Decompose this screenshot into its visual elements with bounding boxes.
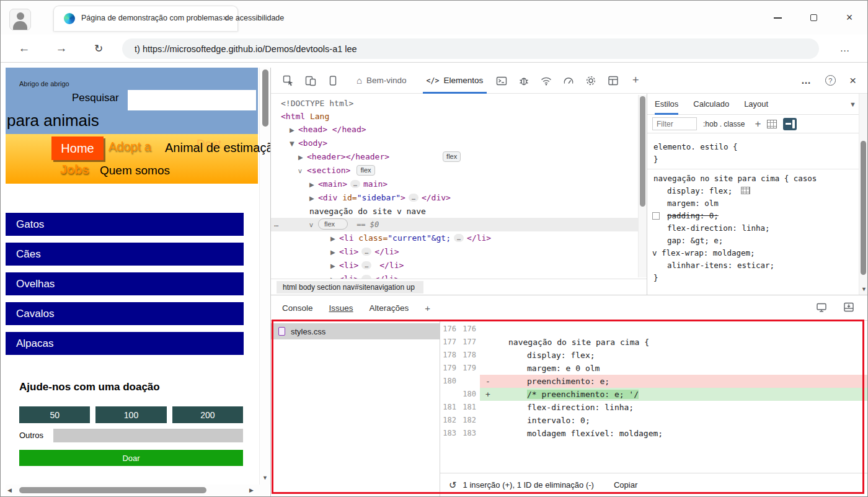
css-property-margin[interactable]: margem: olm [647,197,867,210]
dom-tree-node[interactable]: ▶<div id="sidebar">…</div> [271,191,647,205]
nav-adopt-link[interactable]: Adopt a [108,140,151,154]
dock-panel-icon[interactable] [322,68,344,94]
nav-home-link[interactable]: Home [51,137,104,160]
dom-tree-node[interactable]: ▶<header></header>flex [271,150,647,164]
maximize-button[interactable] [795,1,831,35]
devtools-close-icon[interactable]: × [849,74,856,87]
back-button[interactable]: ← [11,35,38,62]
diff-row[interactable]: 180+/* preenchimento: e; '/ [440,388,867,401]
disclosure-arrow-icon[interactable]: ▶ [309,192,318,205]
css-property-display[interactable]: display: flex; [647,185,867,197]
property-checkbox[interactable] [652,212,660,220]
scrollbar-thumb[interactable] [640,96,645,207]
dom-tree-node[interactable]: ▶<li>…</li> [271,245,647,259]
css-property-gap[interactable]: gap: &gt; e; [647,235,867,247]
tab-computed[interactable]: Calculado [693,94,729,115]
diff-row[interactable]: 177177navegação do site para cima { [440,336,867,349]
breadcrumb-text[interactable]: html body section nav#sitenavigation up [277,281,423,293]
file-list-item[interactable]: styles.css [271,323,440,339]
help-icon[interactable]: ? [825,75,836,86]
tab-welcome[interactable]: ⌂ Bem-vindo [349,68,414,94]
scrollbar-thumb[interactable] [19,487,206,493]
diff-row[interactable]: 176176 [440,323,867,336]
diff-row[interactable]: 179179margem: e 0 olm [440,362,867,375]
scroll-left-icon[interactable]: ◀ [7,487,12,493]
screencast-icon[interactable] [815,301,828,315]
amount-button[interactable]: 200 [172,406,243,423]
disclosure-arrow-icon[interactable]: ▶ [330,246,339,259]
tab-issues[interactable]: Issues [329,303,353,313]
amount-button[interactable]: 50 [19,406,90,423]
disclosure-arrow-icon[interactable]: v [298,164,307,177]
diff-row[interactable]: 180-preenchimento: e; [440,375,867,388]
tab-layout[interactable]: Layout [744,94,768,115]
performance-icon[interactable] [557,68,580,94]
dom-tree-node[interactable]: ▶<li>…</li> [271,272,647,279]
diff-row[interactable]: 181181flex-direction: linha; [440,401,867,414]
diff-row[interactable]: 182182intervalo: 0; [440,414,867,427]
layout-icon[interactable] [602,68,624,94]
grid-overlay-icon[interactable] [767,120,777,128]
dom-scrollbar[interactable] [638,95,647,277]
close-button[interactable]: × [831,1,867,35]
scroll-down-icon[interactable]: ▼ [262,475,268,481]
css-property-flex-direction[interactable]: flex-direction: linha; [647,222,867,235]
debug-icon[interactable] [513,68,535,94]
scrollbar-thumb[interactable] [861,141,866,275]
dom-tree-node[interactable]: ▶<head> </head> [271,123,647,137]
dom-tree-node[interactable]: ▶<main>…main> [271,177,647,191]
category-button[interactable]: Ovelhas [6,272,244,295]
category-button[interactable]: Cães [6,243,244,266]
site-search-input[interactable] [128,90,256,110]
new-style-rule-icon[interactable]: + [755,118,761,130]
scroll-down-icon[interactable]: ▼ [861,286,867,292]
settings-gear-icon[interactable] [580,68,602,94]
dom-tree-node[interactable]: <html Lang [271,110,647,123]
nav-about-link[interactable]: Quem somos [100,164,170,177]
add-drawer-tab-icon[interactable]: + [425,303,430,313]
dom-tree-node[interactable]: ▶<li class="current"&gt;…</li> [271,231,647,245]
diff-row[interactable]: 183183moldagem flexível: moldagem; [440,427,867,440]
css-property-flex-wrap[interactable]: v flex-wrap: moldagem; [647,247,867,259]
copy-button[interactable]: Copiar [614,480,637,490]
category-button[interactable]: Cavalos [6,302,244,325]
forward-button[interactable]: → [48,35,75,62]
flex-editor-icon[interactable] [741,187,750,194]
browser-menu-icon[interactable]: … [833,35,857,62]
css-property-padding[interactable]: padding: 0; [647,210,867,222]
dom-tree-node[interactable]: …vflex== $0 [271,218,647,231]
disclosure-arrow-icon[interactable]: v [309,218,318,231]
css-property-align-items[interactable]: alinhar-itens: esticar; [647,259,867,272]
tab-styles[interactable]: Estilos [655,94,678,115]
disclosure-arrow-icon[interactable]: ▶ [290,123,298,137]
refresh-button[interactable]: ↻ [85,35,112,62]
scrollbar-thumb[interactable] [262,69,268,127]
minimize-button[interactable] [760,1,795,35]
disclosure-arrow-icon[interactable]: ▶ [309,178,318,191]
disclosure-arrow-icon[interactable]: ▶ [330,273,339,279]
address-bar[interactable]: t) https://microsoftedge.github.io/Demos… [122,38,819,59]
styles-options-icon[interactable] [783,118,797,130]
disclosure-arrow-icon[interactable]: ▼ [290,137,298,150]
pseudo-class-toggles[interactable]: :hob . classe [703,120,745,128]
nav-jobs-link[interactable]: Jobs [60,163,89,177]
nav-adopt-label[interactable]: Animal de estimação [165,141,270,155]
amount-button[interactable]: 100 [95,406,166,423]
other-amount-input[interactable] [53,429,243,442]
dock-drawer-icon[interactable] [843,301,855,315]
console-panel-icon[interactable] [490,68,513,94]
profile-avatar[interactable] [9,9,31,30]
tab-close-icon[interactable]: × [223,12,228,23]
dom-tree-node[interactable]: navegação do site v nave [271,205,647,218]
rule-selector[interactable]: navegação no site para cima { casos [647,172,867,185]
tab-console[interactable]: Console [282,303,313,313]
disclosure-arrow-icon[interactable]: ▶ [330,259,339,272]
dom-tree-node[interactable]: ▶<li>… </li> [271,259,647,272]
donate-button[interactable]: Doar [19,450,243,466]
category-button[interactable]: Gatos [6,213,244,236]
category-button[interactable]: Alpacas [6,332,244,355]
browser-tab[interactable]: Página de demonstração com problemas de … [53,6,238,31]
dom-tree-node[interactable]: v<section>flex [271,164,647,177]
diff-row[interactable]: 178178display: flex; [440,349,867,362]
tab-elements[interactable]: </> Elementos [419,68,491,94]
